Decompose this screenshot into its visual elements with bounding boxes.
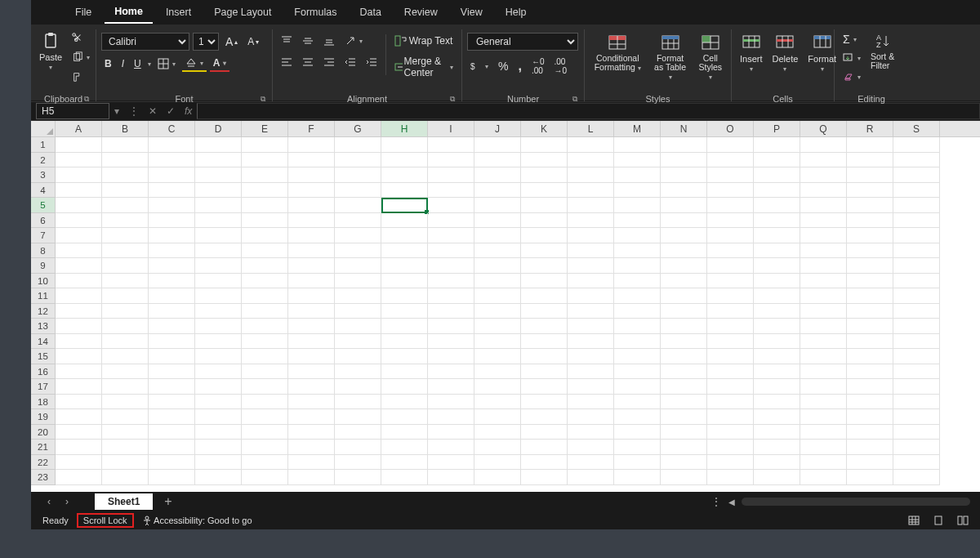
cell[interactable] (521, 379, 568, 395)
cell[interactable] (381, 213, 428, 229)
cell[interactable] (428, 319, 474, 334)
cell[interactable] (521, 319, 568, 334)
cell[interactable] (847, 455, 893, 471)
cell[interactable] (893, 395, 940, 410)
cell[interactable] (56, 395, 102, 410)
cell[interactable] (707, 395, 754, 410)
cell[interactable] (381, 137, 428, 153)
cell[interactable] (893, 288, 940, 304)
cell[interactable] (568, 153, 614, 168)
cell[interactable] (614, 274, 661, 289)
cell[interactable] (614, 137, 661, 153)
cell[interactable] (707, 167, 754, 183)
cell[interactable] (800, 455, 847, 471)
row-header[interactable]: 6 (31, 213, 56, 229)
cell[interactable] (754, 440, 800, 455)
cell[interactable] (335, 198, 381, 213)
cell[interactable] (893, 274, 940, 289)
cell[interactable] (661, 470, 707, 485)
cell[interactable] (568, 470, 614, 485)
row-header[interactable]: 9 (31, 258, 56, 274)
cell[interactable] (614, 409, 661, 425)
cell[interactable] (242, 455, 288, 471)
cell[interactable] (381, 274, 428, 289)
cell[interactable] (707, 137, 754, 153)
cell[interactable] (754, 304, 800, 319)
cell[interactable] (661, 137, 707, 153)
row-header[interactable]: 8 (31, 243, 56, 259)
cell[interactable] (893, 153, 940, 168)
align-center-button[interactable] (299, 54, 317, 70)
row-header[interactable]: 21 (31, 440, 56, 455)
cell[interactable] (242, 349, 288, 364)
cell[interactable] (288, 349, 335, 364)
row-header[interactable]: 17 (31, 379, 56, 395)
cell[interactable] (242, 304, 288, 319)
cell[interactable] (288, 228, 335, 243)
cell[interactable] (474, 243, 521, 259)
cell[interactable] (754, 258, 800, 274)
cell[interactable] (102, 395, 149, 410)
column-header[interactable]: H (381, 121, 428, 136)
row-header[interactable]: 18 (31, 395, 56, 410)
cell[interactable] (195, 304, 242, 319)
increase-decimal-button[interactable]: ←0.00 (528, 56, 548, 77)
cell[interactable] (474, 425, 521, 440)
cell[interactable] (847, 153, 893, 168)
sheet-nav-prev[interactable]: ‹ (41, 496, 57, 507)
cell[interactable] (102, 183, 149, 199)
cell[interactable] (661, 455, 707, 471)
cell[interactable] (56, 379, 102, 395)
column-header[interactable]: O (707, 121, 754, 136)
cell[interactable] (195, 228, 242, 243)
underline-button[interactable]: U (131, 56, 145, 72)
cell[interactable] (102, 425, 149, 440)
sheet-nav-next[interactable]: › (59, 496, 75, 507)
italic-button[interactable]: I (118, 56, 127, 72)
cell[interactable] (474, 470, 521, 485)
font-color-button[interactable]: A▾ (210, 56, 230, 72)
align-top-button[interactable] (278, 33, 296, 49)
cell[interactable] (428, 455, 474, 471)
cell[interactable] (754, 288, 800, 304)
cell[interactable] (56, 319, 102, 334)
cell[interactable] (893, 304, 940, 319)
cell[interactable] (800, 409, 847, 425)
cell[interactable] (102, 409, 149, 425)
cell[interactable] (474, 167, 521, 183)
cell[interactable] (149, 470, 195, 485)
cell[interactable] (195, 334, 242, 350)
cell[interactable] (381, 440, 428, 455)
cell[interactable] (707, 213, 754, 229)
cell[interactable] (56, 440, 102, 455)
dialog-launcher-icon[interactable]: ⧉ (84, 95, 89, 104)
row-header[interactable]: 10 (31, 274, 56, 289)
cell[interactable] (707, 243, 754, 259)
cell[interactable] (428, 258, 474, 274)
column-header[interactable]: D (195, 121, 242, 136)
cell[interactable] (707, 183, 754, 199)
cell[interactable] (521, 470, 568, 485)
cell[interactable] (102, 334, 149, 350)
cell[interactable] (893, 349, 940, 364)
cell[interactable] (195, 379, 242, 395)
cell[interactable] (800, 183, 847, 199)
column-header[interactable]: R (847, 121, 893, 136)
cell[interactable] (149, 440, 195, 455)
cell[interactable] (149, 319, 195, 334)
menu-tab-review[interactable]: Review (394, 2, 448, 23)
cell[interactable] (707, 425, 754, 440)
cell[interactable] (288, 440, 335, 455)
cell[interactable] (521, 137, 568, 153)
column-header[interactable]: K (521, 121, 568, 136)
align-bottom-button[interactable] (320, 33, 338, 49)
cell[interactable] (847, 425, 893, 440)
cell[interactable] (661, 334, 707, 350)
cell[interactable] (288, 455, 335, 471)
cell[interactable] (847, 137, 893, 153)
cell[interactable] (242, 274, 288, 289)
cell[interactable] (754, 364, 800, 380)
cell[interactable] (893, 213, 940, 229)
cell[interactable] (847, 304, 893, 319)
cell[interactable] (381, 183, 428, 199)
